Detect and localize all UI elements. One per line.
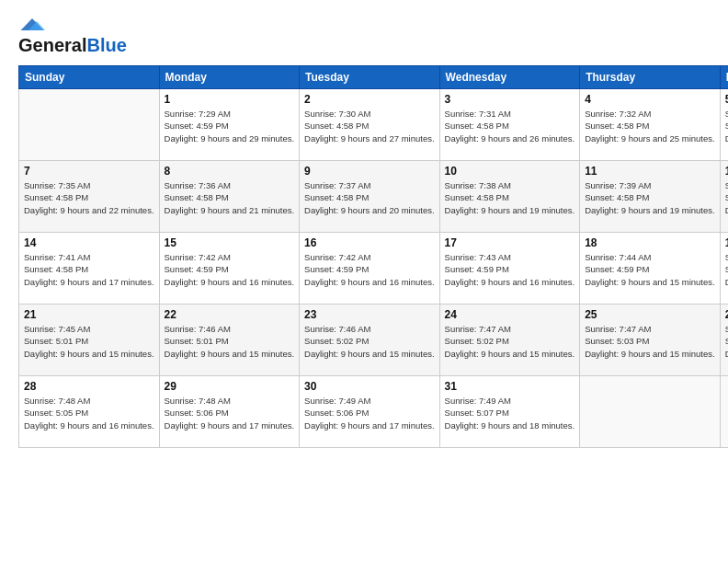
calendar-cell (19, 89, 160, 161)
day-info: Sunrise: 7:44 AMSunset: 5:00 PMDaylight:… (725, 251, 728, 288)
day-number: 9 (304, 165, 435, 178)
day-number: 14 (24, 236, 154, 249)
calendar-cell: 21Sunrise: 7:45 AMSunset: 5:01 PMDayligh… (19, 304, 160, 376)
calendar-week-1: 1Sunrise: 7:29 AMSunset: 4:59 PMDaylight… (19, 89, 729, 161)
page: General Blue SundayMondayTuesdayWednesda… (0, 0, 728, 563)
day-info: Sunrise: 7:46 AMSunset: 5:02 PMDaylight:… (304, 323, 435, 360)
calendar-cell: 19Sunrise: 7:44 AMSunset: 5:00 PMDayligh… (720, 233, 728, 304)
day-number: 8 (165, 165, 295, 178)
day-number: 17 (445, 236, 575, 249)
calendar-cell: 22Sunrise: 7:46 AMSunset: 5:01 PMDayligh… (159, 304, 300, 376)
weekday-header-sunday: Sunday (19, 66, 160, 89)
calendar-cell: 1Sunrise: 7:29 AMSunset: 4:59 PMDaylight… (159, 89, 300, 161)
calendar-cell: 7Sunrise: 7:35 AMSunset: 4:58 PMDaylight… (19, 161, 160, 233)
day-number: 4 (585, 93, 715, 106)
day-number: 3 (445, 93, 575, 106)
day-info: Sunrise: 7:29 AMSunset: 4:59 PMDaylight:… (165, 108, 295, 144)
calendar-cell: 30Sunrise: 7:49 AMSunset: 5:06 PMDayligh… (300, 376, 440, 448)
day-number: 24 (445, 308, 575, 321)
day-info: Sunrise: 7:37 AMSunset: 4:58 PMDaylight:… (304, 179, 435, 216)
calendar-cell: 2Sunrise: 7:30 AMSunset: 4:58 PMDaylight… (300, 89, 440, 161)
day-info: Sunrise: 7:35 AMSunset: 4:58 PMDaylight:… (24, 179, 154, 216)
day-number: 10 (445, 165, 575, 178)
day-info: Sunrise: 7:48 AMSunset: 5:06 PMDaylight:… (165, 395, 295, 431)
day-info: Sunrise: 7:32 AMSunset: 4:58 PMDaylight:… (585, 108, 715, 144)
logo: General Blue (18, 17, 127, 56)
calendar-week-5: 28Sunrise: 7:48 AMSunset: 5:05 PMDayligh… (19, 376, 729, 448)
calendar-cell: 11Sunrise: 7:39 AMSunset: 4:58 PMDayligh… (580, 161, 721, 233)
day-number: 29 (165, 380, 295, 393)
day-number: 2 (304, 93, 435, 106)
day-number: 7 (24, 165, 154, 178)
header: General Blue (18, 17, 710, 56)
day-info: Sunrise: 7:33 AMSunset: 4:58 PMDaylight:… (725, 108, 728, 144)
day-info: Sunrise: 7:30 AMSunset: 4:58 PMDaylight:… (304, 108, 435, 144)
day-number: 28 (24, 380, 154, 393)
day-info: Sunrise: 7:40 AMSunset: 4:58 PMDaylight:… (725, 179, 728, 216)
day-number: 12 (725, 165, 728, 178)
day-number: 26 (725, 308, 728, 321)
calendar-cell: 14Sunrise: 7:41 AMSunset: 4:58 PMDayligh… (19, 233, 160, 304)
weekday-header-tuesday: Tuesday (300, 66, 440, 89)
calendar-cell: 3Sunrise: 7:31 AMSunset: 4:58 PMDaylight… (439, 89, 580, 161)
calendar-cell: 23Sunrise: 7:46 AMSunset: 5:02 PMDayligh… (300, 304, 440, 376)
day-number: 15 (165, 236, 295, 249)
day-info: Sunrise: 7:47 AMSunset: 5:03 PMDaylight:… (585, 323, 715, 360)
day-number: 18 (585, 236, 715, 249)
day-number: 1 (165, 93, 295, 106)
logo-general: General (18, 35, 86, 56)
day-number: 5 (725, 93, 728, 106)
day-number: 21 (24, 308, 154, 321)
day-number: 11 (585, 165, 715, 178)
day-info: Sunrise: 7:38 AMSunset: 4:58 PMDaylight:… (445, 179, 575, 216)
calendar-cell: 29Sunrise: 7:48 AMSunset: 5:06 PMDayligh… (159, 376, 300, 448)
calendar-cell: 8Sunrise: 7:36 AMSunset: 4:58 PMDaylight… (159, 161, 300, 233)
calendar-cell: 16Sunrise: 7:42 AMSunset: 4:59 PMDayligh… (300, 233, 440, 304)
calendar-week-2: 7Sunrise: 7:35 AMSunset: 4:58 PMDaylight… (19, 161, 729, 233)
calendar-cell: 18Sunrise: 7:44 AMSunset: 4:59 PMDayligh… (580, 233, 721, 304)
day-info: Sunrise: 7:45 AMSunset: 5:01 PMDaylight:… (24, 323, 154, 360)
day-info: Sunrise: 7:42 AMSunset: 4:59 PMDaylight:… (304, 251, 435, 288)
calendar-cell: 5Sunrise: 7:33 AMSunset: 4:58 PMDaylight… (720, 89, 728, 161)
calendar: SundayMondayTuesdayWednesdayThursdayFrid… (18, 65, 728, 448)
weekday-header-friday: Friday (720, 66, 728, 89)
weekday-header-thursday: Thursday (580, 66, 721, 89)
calendar-week-3: 14Sunrise: 7:41 AMSunset: 4:58 PMDayligh… (19, 233, 729, 304)
calendar-cell: 17Sunrise: 7:43 AMSunset: 4:59 PMDayligh… (439, 233, 580, 304)
calendar-week-4: 21Sunrise: 7:45 AMSunset: 5:01 PMDayligh… (19, 304, 729, 376)
day-number: 25 (585, 308, 715, 321)
day-number: 22 (165, 308, 295, 321)
day-info: Sunrise: 7:48 AMSunset: 5:04 PMDaylight:… (725, 323, 728, 360)
calendar-cell: 28Sunrise: 7:48 AMSunset: 5:05 PMDayligh… (19, 376, 160, 448)
calendar-cell: 24Sunrise: 7:47 AMSunset: 5:02 PMDayligh… (439, 304, 580, 376)
day-number: 23 (304, 308, 435, 321)
calendar-cell: 4Sunrise: 7:32 AMSunset: 4:58 PMDaylight… (580, 89, 721, 161)
weekday-header-monday: Monday (159, 66, 300, 89)
logo-icon (18, 17, 46, 33)
calendar-cell (720, 376, 728, 448)
calendar-cell: 10Sunrise: 7:38 AMSunset: 4:58 PMDayligh… (439, 161, 580, 233)
day-info: Sunrise: 7:31 AMSunset: 4:58 PMDaylight:… (445, 108, 575, 144)
day-info: Sunrise: 7:41 AMSunset: 4:58 PMDaylight:… (24, 251, 154, 288)
day-info: Sunrise: 7:49 AMSunset: 5:07 PMDaylight:… (445, 395, 575, 431)
day-info: Sunrise: 7:44 AMSunset: 4:59 PMDaylight:… (585, 251, 715, 288)
day-number: 31 (445, 380, 575, 393)
day-number: 19 (725, 236, 728, 249)
day-info: Sunrise: 7:49 AMSunset: 5:06 PMDaylight:… (304, 395, 435, 431)
day-info: Sunrise: 7:39 AMSunset: 4:58 PMDaylight:… (585, 179, 715, 216)
calendar-cell: 25Sunrise: 7:47 AMSunset: 5:03 PMDayligh… (580, 304, 721, 376)
day-info: Sunrise: 7:48 AMSunset: 5:05 PMDaylight:… (24, 395, 154, 431)
day-info: Sunrise: 7:36 AMSunset: 4:58 PMDaylight:… (165, 179, 295, 216)
day-info: Sunrise: 7:46 AMSunset: 5:01 PMDaylight:… (165, 323, 295, 360)
day-info: Sunrise: 7:47 AMSunset: 5:02 PMDaylight:… (445, 323, 575, 360)
calendar-cell: 15Sunrise: 7:42 AMSunset: 4:59 PMDayligh… (159, 233, 300, 304)
calendar-cell: 31Sunrise: 7:49 AMSunset: 5:07 PMDayligh… (439, 376, 580, 448)
day-number: 16 (304, 236, 435, 249)
calendar-cell (580, 376, 721, 448)
day-info: Sunrise: 7:43 AMSunset: 4:59 PMDaylight:… (445, 251, 575, 288)
day-number: 30 (304, 380, 435, 393)
weekday-header-wednesday: Wednesday (439, 66, 580, 89)
day-info: Sunrise: 7:42 AMSunset: 4:59 PMDaylight:… (165, 251, 295, 288)
calendar-cell: 12Sunrise: 7:40 AMSunset: 4:58 PMDayligh… (720, 161, 728, 233)
calendar-cell: 9Sunrise: 7:37 AMSunset: 4:58 PMDaylight… (300, 161, 440, 233)
